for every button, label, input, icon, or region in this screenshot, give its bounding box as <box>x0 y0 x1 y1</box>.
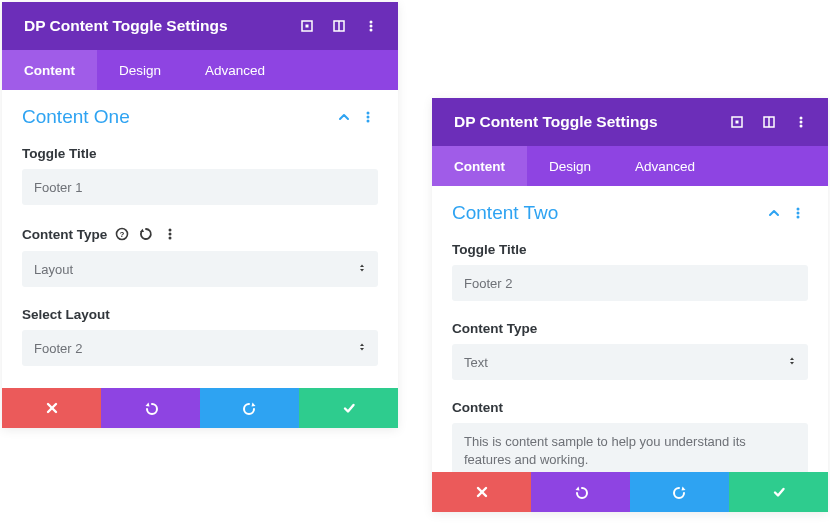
section-title: Content Two <box>452 202 760 224</box>
content-type-label: Content Type <box>452 321 537 336</box>
select-layout-label: Select Layout <box>22 307 110 322</box>
confirm-button[interactable] <box>299 388 398 428</box>
panel-body: Content Two Toggle Title Content Type Co… <box>432 186 828 497</box>
tab-design[interactable]: Design <box>527 146 613 186</box>
panel-titlebar: DP Content Toggle Settings <box>432 98 828 146</box>
collapse-icon[interactable] <box>334 107 354 127</box>
field-toggle-title: Toggle Title <box>452 242 808 301</box>
settings-panel-one: DP Content Toggle Settings Content Desig… <box>2 2 398 428</box>
panel-footer-actions <box>432 472 828 512</box>
content-type-label: Content Type <box>22 227 107 242</box>
more-options-icon[interactable] <box>358 13 384 39</box>
toggle-title-input[interactable] <box>452 265 808 301</box>
dock-sidebar-icon[interactable] <box>326 13 352 39</box>
select-layout-select[interactable] <box>22 330 378 366</box>
more-options-icon[interactable] <box>788 109 814 135</box>
redo-button[interactable] <box>630 472 729 512</box>
panel-body: Content One Toggle Title Content Type <box>2 90 398 396</box>
content-textarea[interactable]: This is content sample to help you under… <box>452 423 808 479</box>
tab-content[interactable]: Content <box>432 146 527 186</box>
toggle-title-label: Toggle Title <box>22 146 97 161</box>
field-content-type: Content Type <box>22 225 378 287</box>
panel-title: DP Content Toggle Settings <box>24 17 228 35</box>
tab-advanced[interactable]: Advanced <box>183 50 287 90</box>
panel-tabs: Content Design Advanced <box>2 50 398 90</box>
content-type-select[interactable] <box>22 251 378 287</box>
focus-mode-icon[interactable] <box>294 13 320 39</box>
content-label: Content <box>452 400 503 415</box>
dock-sidebar-icon[interactable] <box>756 109 782 135</box>
help-icon[interactable] <box>113 225 131 243</box>
panel-title: DP Content Toggle Settings <box>454 113 658 131</box>
settings-panel-two: DP Content Toggle Settings Content Desig… <box>432 98 828 512</box>
section-header[interactable]: Content Two <box>452 202 808 224</box>
redo-button[interactable] <box>200 388 299 428</box>
tab-advanced[interactable]: Advanced <box>613 146 717 186</box>
toggle-title-label: Toggle Title <box>452 242 527 257</box>
confirm-button[interactable] <box>729 472 828 512</box>
reset-icon[interactable] <box>137 225 155 243</box>
section-more-icon[interactable] <box>358 107 378 127</box>
close-button[interactable] <box>2 388 101 428</box>
tab-design[interactable]: Design <box>97 50 183 90</box>
content-type-select[interactable] <box>452 344 808 380</box>
panel-tabs: Content Design Advanced <box>432 146 828 186</box>
field-select-layout: Select Layout <box>22 307 378 366</box>
field-content-type: Content Type <box>452 321 808 380</box>
section-header[interactable]: Content One <box>22 106 378 128</box>
undo-button[interactable] <box>101 388 200 428</box>
field-content: Content This is content sample to help y… <box>452 400 808 479</box>
field-more-icon[interactable] <box>161 225 179 243</box>
focus-mode-icon[interactable] <box>724 109 750 135</box>
section-title: Content One <box>22 106 330 128</box>
section-more-icon[interactable] <box>788 203 808 223</box>
panel-titlebar: DP Content Toggle Settings <box>2 2 398 50</box>
toggle-title-input[interactable] <box>22 169 378 205</box>
field-toggle-title: Toggle Title <box>22 146 378 205</box>
panel-footer-actions <box>2 388 398 428</box>
tab-content[interactable]: Content <box>2 50 97 90</box>
undo-button[interactable] <box>531 472 630 512</box>
close-button[interactable] <box>432 472 531 512</box>
collapse-icon[interactable] <box>764 203 784 223</box>
